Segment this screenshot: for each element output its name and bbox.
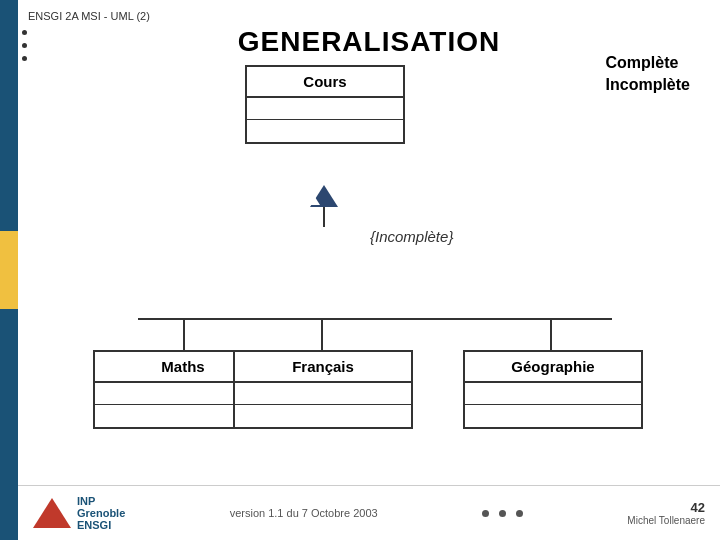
cours-section-1	[247, 98, 403, 120]
bar-blue-top	[0, 0, 18, 231]
footer-dot-1	[482, 510, 489, 517]
geographie-box: Géographie	[463, 350, 643, 429]
uml-diagram: Cours {Incomplète} Maths Français	[50, 50, 700, 480]
v-connector-center	[321, 318, 323, 350]
cours-uml-box: Cours	[245, 65, 405, 144]
cours-box-title: Cours	[247, 67, 403, 98]
francais-box: Français	[233, 350, 413, 429]
footer: INPGrenobleENSGI version 1.1 du 7 Octobr…	[18, 485, 720, 540]
inheritance-arrow	[310, 185, 338, 227]
francais-uml-box: Français	[233, 350, 413, 429]
incomplete-diagram-label: {Incomplète}	[370, 228, 453, 245]
footer-logo: INPGrenobleENSGI	[33, 495, 125, 531]
logo-shape	[33, 498, 71, 528]
bar-yellow	[0, 231, 18, 308]
footer-dot-3	[516, 510, 523, 517]
bar-blue-bottom	[0, 309, 18, 540]
francais-section-1	[235, 383, 411, 405]
h-connector-line	[138, 318, 612, 320]
v-connector-right	[550, 318, 552, 350]
triangle-wrapper	[310, 185, 338, 207]
cours-box: Cours	[245, 65, 405, 144]
geo-uml-box: Géographie	[463, 350, 643, 429]
v-connector-left	[183, 318, 185, 350]
triangle-up-inner	[300, 189, 320, 205]
francais-section-2	[235, 405, 411, 427]
geo-box-title: Géographie	[465, 352, 641, 383]
footer-author: Michel Tollenaere	[627, 515, 705, 526]
cours-section-2	[247, 120, 403, 142]
logo-text: INPGrenobleENSGI	[77, 495, 125, 531]
geo-section-1	[465, 383, 641, 405]
footer-dot-2	[499, 510, 506, 517]
footer-right: 42 Michel Tollenaere	[627, 500, 705, 526]
left-color-bar	[0, 0, 18, 540]
logo-triangle	[33, 498, 71, 528]
arrow-stem	[323, 207, 325, 227]
footer-dots	[482, 510, 523, 517]
geo-section-2	[465, 405, 641, 427]
course-label: ENSGI 2A MSI - UML (2)	[28, 10, 150, 22]
francais-box-title: Français	[235, 352, 411, 383]
footer-page-number: 42	[627, 500, 705, 515]
footer-version: version 1.1 du 7 Octobre 2003	[230, 507, 378, 519]
